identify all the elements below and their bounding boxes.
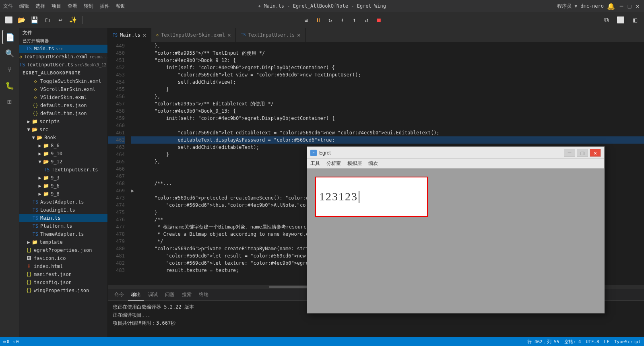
activity-debug[interactable]: 🐛 xyxy=(2,78,17,93)
sidebar-9-3-folder[interactable]: ▶ 📁 9_3 xyxy=(19,174,107,182)
toggle-sidebar-button[interactable]: ◧ xyxy=(630,14,641,26)
bottom-tab-problems[interactable]: 问题 xyxy=(162,289,178,301)
open-file-textinputuser[interactable]: TS TextInputUser.ts src\Book\9_12 xyxy=(19,61,107,69)
tab-ts-close-2[interactable]: ✕ xyxy=(297,32,300,38)
sidebar-default-res-json[interactable]: {} default.res.json xyxy=(19,101,107,109)
language-mode[interactable]: TypeScript xyxy=(614,339,641,344)
popup-menu-tools[interactable]: 工具 xyxy=(310,160,320,167)
bottom-tab-output[interactable]: 输出 xyxy=(128,289,144,301)
sidebar-template-folder[interactable]: ▶ 📁 template xyxy=(19,238,107,246)
menu-bar[interactable]: 文件 编辑 选择 项目 查看 转到 插件 帮助 xyxy=(3,3,126,10)
menu-help[interactable]: 帮助 xyxy=(116,3,126,10)
sidebar-tsconfig-json[interactable]: {} tsconfig.json xyxy=(19,278,107,286)
input-demo-value: 123123 xyxy=(319,190,358,203)
tab-exml-close[interactable]: ✕ xyxy=(227,32,231,38)
bottom-tab-terminal[interactable]: 终端 xyxy=(196,289,212,301)
menu-select[interactable]: 选择 xyxy=(35,3,45,10)
sidebar-loadingui-ts[interactable]: TS LoadingUI.ts xyxy=(19,206,107,214)
tab-ts-icon: TS xyxy=(113,33,118,37)
tabs-bar: TS Main.ts ✕ ◇ TextInputUserSkin.exml ✕ … xyxy=(108,28,644,42)
sidebar-src-folder[interactable]: ▼ 📂 src xyxy=(19,126,107,134)
menu-goto[interactable]: 转到 xyxy=(84,3,93,10)
chevron-right-icon-9-6: ▶ xyxy=(37,183,43,189)
redo-button[interactable]: ✨ xyxy=(68,14,79,26)
open-button[interactable]: 📂 xyxy=(16,14,27,26)
sidebar-9-10-folder[interactable]: ▶ 📁 9_10 xyxy=(19,150,107,158)
sidebar-scripts-folder[interactable]: ▶ 📁 scripts xyxy=(19,117,107,126)
sidebar-themeadapter-ts[interactable]: TS ThemeAdapter.ts xyxy=(19,230,107,238)
sidebar-vsliderskin[interactable]: ◇ VSliderSkin.exml xyxy=(19,93,107,101)
sidebar-main-ts[interactable]: TS Main.ts xyxy=(19,214,107,222)
error-icon: ⊗ xyxy=(3,339,6,344)
bottom-tab-search[interactable]: 搜索 xyxy=(179,289,195,301)
tab-main-ts-close[interactable]: ✕ xyxy=(143,32,146,38)
sidebar-platform-ts[interactable]: TS Platform.ts xyxy=(19,222,107,230)
sidebar-toggleswitchskin[interactable]: ◇ ToggleSwitchSkin.exml xyxy=(19,77,107,85)
close-button[interactable]: ✕ xyxy=(634,3,641,9)
activity-git[interactable]: ⑂ xyxy=(2,62,17,76)
popup-menu-simulate[interactable]: 模拟层 xyxy=(347,160,362,167)
open-file-main-ts[interactable]: TS Main.ts src xyxy=(19,45,107,53)
popup-menu-edit[interactable]: 编欢 xyxy=(368,160,378,167)
toggle-panel-button[interactable]: ⬜ xyxy=(615,14,626,26)
debug-pause-button[interactable]: ⏸ xyxy=(313,14,324,26)
bottom-tab-debug[interactable]: 调试 xyxy=(145,289,161,301)
tab-textinputuserskin-exml[interactable]: ◇ TextInputUserSkin.exml ✕ xyxy=(151,28,236,42)
activity-explorer[interactable]: 📄 xyxy=(2,30,17,44)
save-all-button[interactable]: 🗂 xyxy=(42,14,53,26)
sidebar-9-8-folder[interactable]: ▶ 📁 9_8 xyxy=(19,190,107,198)
activity-search[interactable]: 🔍 xyxy=(2,46,17,60)
debug-grid-button[interactable]: ⊞ xyxy=(301,14,312,26)
menu-edit[interactable]: 编辑 xyxy=(19,3,29,10)
activity-extensions[interactable]: ⊞ xyxy=(2,94,17,109)
notification-icon[interactable]: 🔔 xyxy=(607,2,615,10)
open-file-textinputuserskin[interactable]: ◇ TextInputUserSkin.exml resou... xyxy=(19,53,107,61)
tab-main-ts[interactable]: TS Main.ts ✕ xyxy=(108,28,151,42)
sidebar-vscrollbarskin[interactable]: ◇ VScrollBarSkin.exml xyxy=(19,85,107,93)
sidebar-8-6-folder[interactable]: ▶ 📁 8_6 xyxy=(19,142,107,150)
debug-stop-button[interactable]: ⏹ xyxy=(373,14,384,26)
open-file-name-3: TextInputUser.ts xyxy=(27,62,73,68)
debug-step-over-button[interactable]: ⬇ xyxy=(337,14,348,26)
sidebar-wingproperties-json[interactable]: {} wingProperties.json xyxy=(19,286,107,295)
activity-bar: 📄 🔍 ⑂ 🐛 ⊞ xyxy=(0,28,19,337)
sidebar-index-html[interactable]: H index.html xyxy=(19,262,107,270)
debug-restart-button[interactable]: ↺ xyxy=(361,14,372,26)
split-editor-button[interactable]: ⧉ xyxy=(601,14,612,26)
sidebar-favicon-ico[interactable]: 🖼 favicon.ico xyxy=(19,254,107,262)
egret-popup-window[interactable]: E Egret ─ □ ✕ 工具 分析室 模拟层 编欢 123123 xyxy=(307,146,605,313)
menu-view[interactable]: 查看 xyxy=(68,3,77,10)
debug-step-into-button[interactable]: ⬆ xyxy=(349,14,360,26)
minimize-button[interactable]: ─ xyxy=(618,3,625,9)
maximize-button[interactable]: □ xyxy=(626,3,633,9)
error-count[interactable]: ⊗ 0 ⚠ 0 xyxy=(3,339,19,344)
sidebar-textinputuser-ts[interactable]: TS TextInputUser.ts xyxy=(19,166,107,174)
sidebar-egretproperties-json[interactable]: {} egretProperties.json xyxy=(19,246,107,254)
json-icon-wingprop: {} xyxy=(26,287,32,294)
sidebar-assetadapter-ts[interactable]: TS AssetAdapter.ts xyxy=(19,198,107,206)
menu-project[interactable]: 项目 xyxy=(52,3,61,10)
chevron-right-icon-9-8: ▶ xyxy=(37,191,43,197)
sidebar-book-folder[interactable]: ▼ 📂 Book xyxy=(19,134,107,142)
json-icon-manifest: {} xyxy=(26,271,32,278)
sidebar-9-12-folder[interactable]: ▼ 📂 9_12 xyxy=(19,158,107,166)
popup-menu-bar: 工具 分析室 模拟层 编欢 xyxy=(307,159,604,169)
sidebar-9-6-folder[interactable]: ▶ 📁 9_6 xyxy=(19,182,107,190)
save-button[interactable]: 💾 xyxy=(29,14,40,26)
popup-maximize-btn[interactable]: □ xyxy=(577,149,588,157)
menu-file[interactable]: 文件 xyxy=(3,3,13,10)
tab-textinputuser-ts[interactable]: TS TextInputUser.ts ✕ xyxy=(236,28,305,42)
popup-minimize-btn[interactable]: ─ xyxy=(564,149,575,157)
new-file-button[interactable]: ⬜ xyxy=(3,14,14,26)
sidebar: 文件 已打开编辑器 TS Main.ts src ◇ TextInputUser… xyxy=(19,28,108,337)
folder-icon-book: 📂 xyxy=(36,134,43,141)
menu-plugin[interactable]: 插件 xyxy=(100,3,109,10)
sidebar-manifest-json[interactable]: {} manifest.json xyxy=(19,270,107,278)
debug-refresh-button[interactable]: ↻ xyxy=(325,14,336,26)
window-controls[interactable]: ─ □ ✕ xyxy=(618,3,641,9)
sidebar-default-thm-json[interactable]: {} default.thm.json xyxy=(19,109,107,117)
undo-button[interactable]: ↩ xyxy=(55,14,66,26)
popup-close-btn[interactable]: ✕ xyxy=(590,149,601,157)
bottom-tab-command[interactable]: 命令 xyxy=(111,289,127,301)
popup-menu-analyzer[interactable]: 分析室 xyxy=(326,160,341,167)
